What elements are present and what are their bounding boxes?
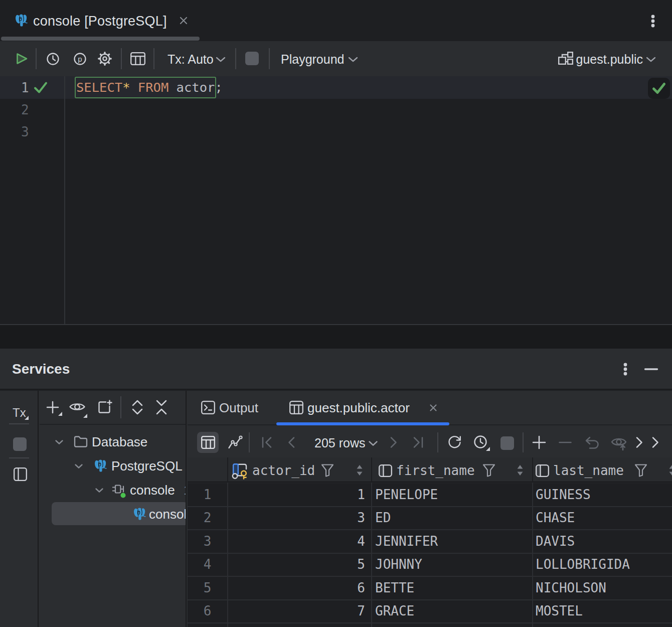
cell-last-name[interactable]: CHASE [536, 510, 575, 525]
open-in-new-tab-icon[interactable] [98, 400, 113, 414]
filter-icon[interactable] [321, 463, 334, 478]
cell-first-name[interactable]: ED [375, 510, 391, 525]
sort-icon[interactable] [668, 464, 672, 477]
run-icon[interactable] [16, 52, 29, 66]
settings-gear-icon[interactable] [98, 52, 112, 66]
column-header-actor-id[interactable]: actor_id [252, 463, 315, 478]
row-number: 6 [188, 603, 227, 618]
close-tab-icon[interactable] [179, 16, 189, 26]
grid-view-toggle[interactable] [197, 432, 219, 453]
services-header[interactable]: Services [0, 349, 672, 390]
cell-actor-id[interactable]: 5 [357, 557, 365, 572]
tree-item-postgresql[interactable]: PostgreSQL [40, 454, 187, 478]
filter-icon[interactable] [482, 463, 495, 478]
grid-row[interactable]: 2 3 ED CHASE [188, 506, 672, 529]
grid-row[interactable]: 1 1 PENELOPE GUINESS [188, 483, 672, 506]
tx-toggle-icon[interactable]: Tx [12, 406, 29, 421]
column-header-first-name[interactable]: first_name [396, 463, 475, 478]
hide-panel-icon[interactable] [644, 368, 658, 370]
inspections-widget[interactable] [648, 78, 670, 99]
tree-item-badge: 1 [184, 483, 187, 498]
tree-item-console-source[interactable]: console 1 [40, 478, 187, 502]
cell-actor-id[interactable]: 4 [357, 534, 365, 549]
services-tree-panel: Database PostgreSQL [40, 391, 187, 627]
services-side-toolbar: Tx [0, 391, 39, 627]
last-page-icon [412, 437, 424, 448]
chevron-down-icon[interactable] [369, 441, 378, 446]
chevron-down-icon[interactable] [75, 464, 83, 468]
cell-last-name[interactable]: DAVIS [536, 534, 575, 549]
grid-body[interactable]: 1 1 PENELOPE GUINESS 2 3 ED CHASE 3 4 JE… [188, 483, 672, 627]
stop-icon [245, 52, 259, 65]
collapse-all-icon[interactable] [156, 400, 167, 415]
cell-actor-id[interactable]: 7 [357, 603, 365, 618]
statement-success-icon[interactable] [33, 81, 48, 94]
cell-first-name[interactable]: JOHNNY [375, 557, 422, 572]
expand-all-icon[interactable] [132, 400, 143, 415]
schema-selector[interactable]: guest.public [576, 52, 643, 67]
chart-view-icon[interactable] [228, 435, 243, 449]
table-params-icon[interactable] [130, 52, 145, 65]
chevron-down-icon[interactable] [348, 57, 358, 62]
history-icon[interactable] [47, 53, 59, 65]
cell-first-name[interactable]: GRACE [375, 603, 414, 618]
schedule-refresh-icon[interactable] [474, 435, 491, 451]
sql-editor[interactable]: 1 2 3 SELECT* FROM actor; [0, 76, 672, 324]
chevron-down-icon[interactable] [646, 57, 656, 62]
sql-keyword: SELECT [76, 80, 122, 95]
editor-more-icon[interactable] [649, 14, 656, 28]
tab-scrollbar-thumb[interactable] [1, 37, 200, 41]
tree-item-label: Database [92, 434, 147, 450]
tree-toolbar-border [40, 424, 187, 425]
editor-toolbar: p Tx: Auto Playground guest.public [0, 41, 672, 76]
cell-actor-id[interactable]: 1 [357, 487, 365, 502]
chevron-down-icon[interactable] [216, 57, 226, 62]
cell-first-name[interactable]: PENELOPE [375, 487, 438, 502]
cell-last-name[interactable]: GUINESS [536, 487, 591, 502]
grid-row[interactable]: 6 7 GRACE MOSTEL [188, 599, 672, 622]
header-col-separator [227, 457, 228, 483]
tab-output[interactable]: Output [219, 400, 258, 416]
toolbar-separator [269, 48, 270, 69]
chevron-down-icon[interactable] [55, 440, 63, 444]
chevron-down-icon[interactable] [95, 488, 103, 493]
schema-icon[interactable] [558, 52, 573, 65]
editor-bottom-gap [0, 324, 672, 349]
cell-first-name[interactable]: BETTE [375, 580, 414, 595]
add-icon[interactable] [45, 400, 66, 419]
cell-last-name[interactable]: MOSTEL [536, 603, 583, 618]
cell-last-name[interactable]: NICHOLSON [536, 580, 606, 595]
cell-actor-id[interactable]: 3 [357, 510, 365, 525]
column-header-last-name[interactable]: last_name [553, 463, 624, 478]
add-row-icon[interactable] [532, 435, 546, 449]
sort-icon[interactable] [517, 464, 524, 477]
cell-first-name[interactable]: JENNIFER [375, 534, 438, 549]
chevron-right-icon[interactable] [652, 437, 659, 448]
editor-tab-title[interactable]: console [PostgreSQL] [33, 14, 167, 29]
show-options-eye-icon[interactable] [69, 401, 89, 419]
grid-row[interactable]: 3 4 JENNIFER DAVIS [188, 530, 672, 553]
grid-row[interactable]: 4 5 JOHNNY LOLLOBRIGIDA [188, 553, 672, 576]
profiler-icon[interactable]: p [74, 53, 86, 65]
results-toolbar-separator [249, 432, 250, 452]
cell-actor-id[interactable]: 6 [357, 580, 365, 595]
grid-row[interactable]: 5 6 BETTE NICHOLSON [188, 576, 672, 599]
data-views-icon[interactable] [14, 467, 27, 481]
refresh-icon[interactable] [447, 435, 462, 449]
stripe-separator [9, 457, 29, 458]
close-tab-icon[interactable] [429, 403, 438, 412]
services-more-icon[interactable] [622, 362, 629, 376]
tree-toolbar-separator [120, 396, 121, 418]
code-line[interactable]: SELECT* FROM actor; [76, 80, 223, 95]
tree-item-console-file[interactable]: console [40, 502, 187, 526]
editor-tab-bar: console [PostgreSQL] [0, 0, 672, 41]
playground-selector[interactable]: Playground [281, 52, 344, 67]
filter-icon[interactable] [634, 463, 647, 478]
tx-mode-label[interactable]: Tx: Auto [167, 52, 214, 67]
tab-result-grid[interactable]: guest.public.actor [307, 400, 410, 416]
chevron-right-icon[interactable] [636, 437, 643, 448]
tree-item-database[interactable]: Database [40, 430, 187, 454]
row-count-dropdown[interactable]: 205 rows [314, 436, 365, 450]
cell-last-name[interactable]: LOLLOBRIGIDA [536, 557, 630, 572]
sort-icon[interactable] [356, 464, 363, 477]
